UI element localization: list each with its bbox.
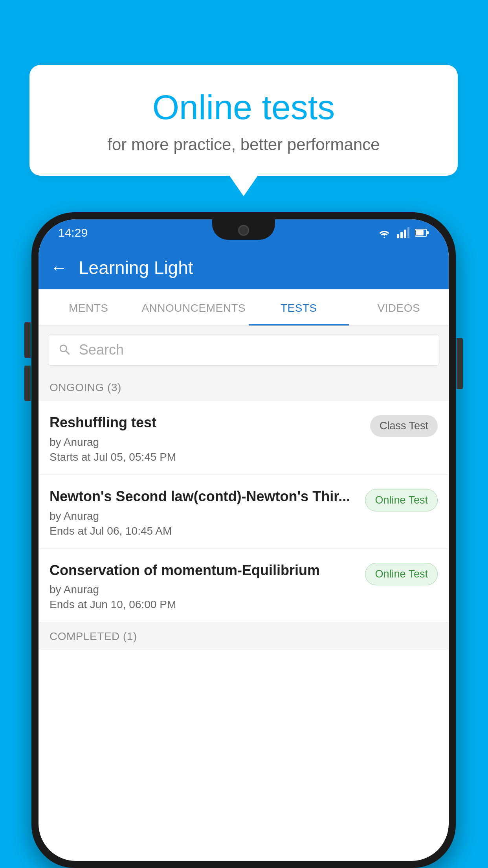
test-badge-newton: Online Test bbox=[365, 489, 438, 511]
app-bar: ← Learning Light bbox=[39, 246, 449, 289]
status-icons bbox=[377, 227, 429, 238]
tab-videos[interactable]: VIDEOS bbox=[349, 289, 449, 326]
tab-announcements[interactable]: ANNOUNCEMENTS bbox=[138, 289, 249, 326]
app-title: Learning Light bbox=[79, 257, 193, 278]
test-name-newton: Newton's Second law(contd)-Newton's Thir… bbox=[50, 487, 357, 506]
status-time: 14:29 bbox=[58, 226, 88, 239]
phone-frame: 14:29 bbox=[31, 212, 456, 868]
svg-rect-1 bbox=[400, 232, 403, 238]
svg-rect-2 bbox=[404, 230, 406, 238]
test-item-conservation[interactable]: Conservation of momentum-Equilibrium by … bbox=[39, 549, 449, 623]
search-container: Search bbox=[39, 326, 449, 373]
test-by-reshuffling: by Anurag bbox=[50, 436, 362, 449]
test-item-left-conservation: Conservation of momentum-Equilibrium by … bbox=[50, 561, 365, 611]
speech-bubble-subtitle: for more practice, better performance bbox=[61, 135, 426, 154]
test-item-left-newton: Newton's Second law(contd)-Newton's Thir… bbox=[50, 487, 365, 537]
test-badge-reshuffling: Class Test bbox=[370, 415, 438, 437]
speech-bubble-container: Online tests for more practice, better p… bbox=[29, 65, 458, 176]
camera bbox=[238, 225, 249, 236]
speech-bubble: Online tests for more practice, better p… bbox=[29, 65, 458, 176]
test-item-newton[interactable]: Newton's Second law(contd)-Newton's Thir… bbox=[39, 475, 449, 549]
status-bar: 14:29 bbox=[39, 219, 449, 246]
svg-rect-5 bbox=[416, 230, 424, 235]
battery-icon bbox=[415, 228, 429, 237]
svg-rect-6 bbox=[427, 231, 429, 234]
tabs-container: MENTS ANNOUNCEMENTS TESTS VIDEOS bbox=[39, 289, 449, 326]
search-placeholder-text: Search bbox=[79, 342, 124, 358]
svg-rect-0 bbox=[397, 234, 399, 238]
phone-screen: 14:29 bbox=[39, 219, 449, 861]
svg-rect-3 bbox=[407, 227, 409, 238]
search-icon bbox=[58, 343, 72, 357]
volume-up-button[interactable] bbox=[24, 322, 31, 358]
test-badge-conservation: Online Test bbox=[365, 563, 438, 585]
test-by-conservation: by Anurag bbox=[50, 583, 357, 596]
test-time-reshuffling: Starts at Jul 05, 05:45 PM bbox=[50, 451, 362, 463]
test-name-reshuffling: Reshuffling test bbox=[50, 414, 362, 432]
test-by-newton: by Anurag bbox=[50, 510, 357, 522]
tab-ments[interactable]: MENTS bbox=[39, 289, 138, 326]
signal-icon bbox=[397, 227, 409, 238]
volume-down-button[interactable] bbox=[24, 366, 31, 401]
test-name-conservation: Conservation of momentum-Equilibrium bbox=[50, 561, 357, 580]
completed-section-header: COMPLETED (1) bbox=[39, 622, 449, 650]
speech-bubble-title: Online tests bbox=[61, 88, 426, 127]
test-time-conservation: Ends at Jun 10, 06:00 PM bbox=[50, 598, 357, 611]
power-button[interactable] bbox=[457, 338, 463, 389]
test-item-reshuffling[interactable]: Reshuffling test by Anurag Starts at Jul… bbox=[39, 401, 449, 475]
test-item-left-reshuffling: Reshuffling test by Anurag Starts at Jul… bbox=[50, 414, 370, 463]
search-input-wrapper[interactable]: Search bbox=[48, 334, 439, 366]
test-time-newton: Ends at Jul 06, 10:45 AM bbox=[50, 525, 357, 537]
wifi-icon bbox=[377, 227, 391, 238]
back-button[interactable]: ← bbox=[50, 258, 68, 278]
notch bbox=[212, 219, 275, 240]
tab-tests[interactable]: TESTS bbox=[249, 289, 349, 326]
ongoing-section-header: ONGOING (3) bbox=[39, 373, 449, 401]
